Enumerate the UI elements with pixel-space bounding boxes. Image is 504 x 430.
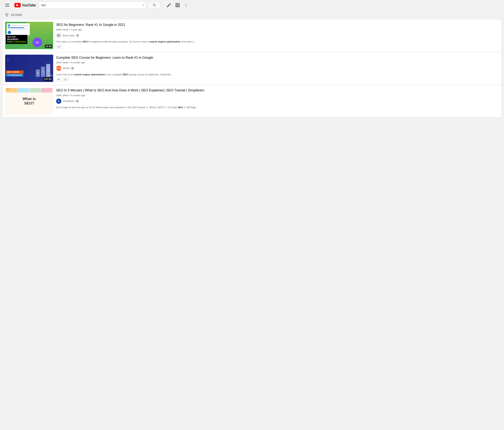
channel-avatar[interactable]: BD	[56, 33, 61, 38]
channel-avatar[interactable]: ahrefs	[56, 66, 61, 71]
hamburger-icon	[4, 3, 10, 7]
clear-search-button[interactable]: ×	[141, 2, 146, 9]
logo-text: YouTube	[22, 3, 36, 7]
avatar-simplilearn: SL	[56, 99, 61, 104]
what-is-seo-text: What isSEO?	[23, 97, 36, 105]
search-button[interactable]	[149, 1, 161, 9]
channel-row: SL Simplilearn ✓	[56, 99, 499, 104]
verified-icon: ✓	[76, 100, 79, 102]
video-info-1: SEO for Beginners: Rank #1 In Google in …	[56, 22, 499, 49]
header: YouTube × 🎤 ⋮	[0, 0, 504, 10]
channel-name[interactable]: Ahrefs	[63, 67, 70, 70]
thumbnail-2[interactable]: 3 2 1 ⤴ SEO COURSE FOR BEGINNERS tshirt	[5, 55, 53, 82]
video-description: Don't forget to take the quiz at 03:33! …	[56, 106, 499, 109]
cc-badge: CC	[56, 45, 62, 49]
channel-avatar[interactable]: SL	[56, 99, 61, 104]
video-card: SEO What isSEO? SEO In 5 Minutes | What …	[3, 85, 501, 117]
simplilearn-thumbnail: SEO What isSEO?	[5, 87, 53, 115]
youtube-logo[interactable]: YouTube	[14, 3, 36, 7]
filters-bar: FILTERS	[0, 10, 504, 19]
badges-row: CC	[56, 45, 499, 49]
search-bar: ×	[39, 1, 146, 9]
search-icon	[153, 3, 156, 7]
grid-icon	[176, 3, 180, 7]
channel-name[interactable]: Simplilearn	[63, 100, 75, 102]
thumbnail-3[interactable]: SEO What isSEO?	[5, 87, 53, 115]
video-card: G ← SEO FORBEGINNERS:RANK #1 IN GOOGLE	[3, 19, 501, 52]
video-duration: 12:44	[45, 45, 52, 48]
thumbnail-1[interactable]: G ← SEO FORBEGINNERS:RANK #1 IN GOOGLE	[5, 22, 53, 49]
video-title[interactable]: SEO for Beginners: Rank #1 In Google in …	[56, 23, 499, 27]
video-title[interactable]: Complete SEO Course for Beginners: Learn…	[56, 55, 499, 60]
header-left: YouTube	[3, 1, 36, 9]
channel-name[interactable]: Brian Dean	[63, 34, 75, 37]
channel-row: BD Brian Dean ✓	[56, 33, 499, 38]
channel-row: ahrefs Ahrefs ✓	[56, 66, 499, 71]
more-options-button[interactable]: ⋮	[183, 1, 189, 9]
apps-button[interactable]	[174, 2, 181, 9]
rank-badge: #1	[33, 38, 42, 47]
filter-toggle-button[interactable]	[4, 13, 9, 17]
video-meta: 282K views • 4 months ago	[56, 61, 499, 64]
youtube-icon	[14, 3, 21, 7]
search-results: G ← SEO FORBEGINNERS:RANK #1 IN GOOGLE	[0, 19, 504, 117]
badges-row: 4K CC	[56, 78, 499, 81]
hamburger-button[interactable]	[3, 1, 11, 9]
filters-label: FILTERS	[11, 13, 22, 17]
video-description: This video is a complete SEO for beginne…	[56, 40, 499, 44]
video-info-3: SEO In 5 Minutes | What Is SEO And How D…	[56, 87, 499, 115]
clear-icon: ×	[142, 3, 144, 7]
verified-icon: ✓	[76, 34, 79, 37]
vertical-dots-icon: ⋮	[184, 3, 188, 7]
video-description: Learn how to do search engine optimizati…	[56, 73, 499, 76]
header-right: 🎤 ⋮	[165, 1, 189, 9]
search-input[interactable]	[39, 3, 141, 7]
avatar-brian: BD	[56, 33, 61, 38]
microphone-icon: 🎤	[167, 3, 171, 7]
cc-badge: CC	[63, 78, 68, 81]
video-meta: 189K views • 9 months ago	[56, 94, 499, 97]
video-info-2: Complete SEO Course for Beginners: Learn…	[56, 55, 499, 82]
microphone-button[interactable]: 🎤	[165, 1, 173, 9]
filter-icon	[5, 13, 9, 17]
verified-icon: ✓	[71, 67, 74, 70]
video-meta: 485K views • 1 year ago	[56, 28, 499, 31]
avatar-ahrefs: ahrefs	[56, 66, 61, 71]
video-duration: 1:57:03	[43, 78, 52, 81]
video-title[interactable]: SEO In 5 Minutes | What Is SEO And How D…	[56, 88, 499, 93]
video-card: 3 2 1 ⤴ SEO COURSE FOR BEGINNERS tshirt	[3, 53, 501, 85]
4k-badge: 4K	[56, 78, 62, 81]
